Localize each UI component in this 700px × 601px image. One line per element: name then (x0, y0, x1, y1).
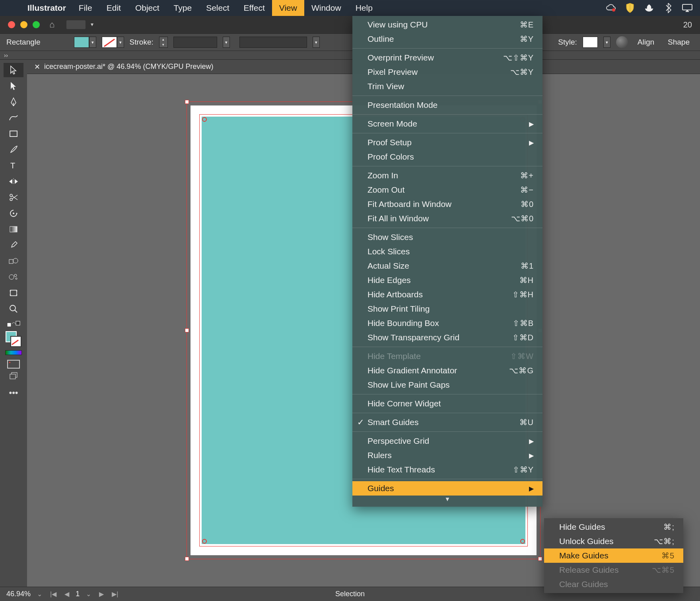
menu-item-lock-slices[interactable]: Lock Slices (352, 244, 542, 259)
cloud-sync-icon[interactable] (605, 2, 616, 14)
style-swatch[interactable] (583, 37, 598, 48)
last-artboard-button[interactable]: ▶| (110, 590, 120, 598)
curvature-tool[interactable] (4, 111, 23, 125)
close-tab-icon[interactable]: ✕ (34, 62, 40, 71)
menu-item-fit-artboard-in-window[interactable]: Fit Artboard in Window⌘0 (352, 197, 542, 211)
workspace-switcher[interactable] (66, 20, 86, 29)
submenu-item-hide-guides[interactable]: Hide Guides⌘; (544, 520, 683, 534)
maximize-window-button[interactable] (33, 21, 40, 28)
shield-icon[interactable] (624, 2, 636, 14)
color-mode-strip[interactable] (5, 350, 22, 355)
first-artboard-button[interactable]: |◀ (49, 590, 58, 598)
menu-effect[interactable]: Effect (237, 0, 272, 16)
menu-edit[interactable]: Edit (99, 0, 128, 16)
menu-object[interactable]: Object (128, 0, 167, 16)
menu-item-hide-corner-widget[interactable]: Hide Corner Widget (352, 396, 542, 411)
menu-item-presentation-mode[interactable]: Presentation Mode (352, 98, 542, 112)
swap-fill-stroke-icon[interactable] (7, 321, 20, 327)
menu-item-trim-view[interactable]: Trim View (352, 79, 542, 94)
app-title[interactable]: Illustrator (22, 3, 72, 13)
reflect-tool[interactable] (4, 174, 23, 189)
stroke-weight-dropdown[interactable]: ▾ (223, 37, 230, 48)
document-setup-icon[interactable] (616, 36, 628, 48)
lotus-icon[interactable] (644, 2, 655, 14)
menu-type[interactable]: Type (167, 0, 199, 16)
menu-item-proof-setup[interactable]: Proof Setup▶ (352, 135, 542, 150)
scissors-tool[interactable] (4, 190, 23, 205)
blend-tool[interactable] (4, 254, 23, 268)
menu-item-outline[interactable]: Outline⌘Y (352, 32, 542, 46)
menu-item-pixel-preview[interactable]: Pixel Preview⌥⌘Y (352, 65, 542, 79)
variable-width-field[interactable] (239, 37, 307, 48)
type-tool[interactable]: T (4, 158, 23, 173)
menu-item-guides[interactable]: Guides▶ (352, 481, 542, 496)
symbol-sprayer-tool[interactable] (4, 270, 23, 284)
paintbrush-tool[interactable] (4, 142, 23, 157)
menu-item-zoom-out[interactable]: Zoom Out⌘− (352, 183, 542, 197)
menu-item-show-live-paint-gaps[interactable]: Show Live Paint Gaps (352, 378, 542, 392)
screen-mode-icon[interactable] (7, 360, 20, 369)
home-button[interactable]: ⌂ (49, 20, 54, 30)
selection-tool[interactable] (4, 63, 23, 77)
close-window-button[interactable] (8, 21, 15, 28)
zoom-level[interactable]: 46.94% (6, 590, 31, 598)
menu-item-screen-mode[interactable]: Screen Mode▶ (352, 117, 542, 131)
zoom-tool[interactable] (4, 302, 23, 316)
stroke-swatch[interactable] (102, 37, 117, 48)
menu-expand-icon[interactable]: ▼ (352, 496, 542, 505)
menu-window[interactable]: Window (304, 0, 348, 16)
menu-item-hide-gradient-annotator[interactable]: Hide Gradient Annotator⌥⌘G (352, 363, 542, 378)
menu-item-hide-bounding-box[interactable]: Hide Bounding Box⇧⌘B (352, 316, 542, 330)
menu-view[interactable]: View (272, 0, 304, 16)
style-dropdown[interactable]: ▾ (603, 37, 611, 48)
submenu-item-unlock-guides[interactable]: Unlock Guides⌥⌘; (544, 534, 683, 548)
artboard-number-dropdown[interactable]: ⌄ (84, 590, 93, 598)
zoom-dropdown[interactable]: ⌄ (35, 590, 44, 598)
menu-item-zoom-in[interactable]: Zoom In⌘+ (352, 168, 542, 183)
menu-help[interactable]: Help (348, 0, 380, 16)
stroke-weight-stepper[interactable]: ▴▾ (159, 37, 168, 48)
menu-item-proof-colors[interactable]: Proof Colors (352, 150, 542, 164)
menu-item-show-print-tiling[interactable]: Show Print Tiling (352, 302, 542, 316)
align-button[interactable]: Align (634, 38, 658, 47)
menu-item-actual-size[interactable]: Actual Size⌘1 (352, 259, 542, 273)
prev-artboard-button[interactable]: ◀ (63, 590, 71, 598)
menu-item-smart-guides[interactable]: ✓Smart Guides⌘U (352, 415, 542, 429)
fill-dropdown[interactable]: ▾ (89, 37, 96, 48)
bluetooth-icon[interactable] (663, 2, 674, 14)
eyedropper-tool[interactable] (4, 238, 23, 252)
variable-width-dropdown[interactable]: ▾ (313, 37, 320, 48)
shape-button[interactable]: Shape (664, 38, 694, 47)
menu-item-fit-all-in-window[interactable]: Fit All in Window⌥⌘0 (352, 211, 542, 226)
svg-rect-21 (10, 374, 16, 379)
panel-collapse-bar[interactable]: ›› (0, 51, 700, 60)
rectangle-tool[interactable] (4, 127, 23, 141)
gradient-tool[interactable] (4, 222, 23, 236)
artboard-number-field[interactable]: 1 (76, 590, 80, 598)
menu-item-show-slices[interactable]: Show Slices (352, 230, 542, 244)
menu-item-hide-text-threads[interactable]: Hide Text Threads⇧⌘Y (352, 462, 542, 477)
menu-item-overprint-preview[interactable]: Overprint Preview⌥⇧⌘Y (352, 51, 542, 65)
airplay-icon[interactable] (682, 2, 693, 14)
menu-item-hide-artboards[interactable]: Hide Artboards⇧⌘H (352, 287, 542, 302)
menu-item-rulers[interactable]: Rulers▶ (352, 448, 542, 462)
submenu-item-make-guides[interactable]: Make Guides⌘5 (544, 548, 683, 563)
next-artboard-button[interactable]: ▶ (97, 590, 105, 598)
rotate-tool[interactable] (4, 206, 23, 220)
menu-item-view-using-cpu[interactable]: View using CPU⌘E (352, 18, 542, 32)
menu-item-show-transparency-grid[interactable]: Show Transparency Grid⇧⌘D (352, 330, 542, 345)
menu-select[interactable]: Select (199, 0, 236, 16)
more-tools-button[interactable]: ••• (7, 388, 20, 398)
menu-file[interactable]: File (72, 0, 99, 16)
fill-stroke-indicator[interactable] (6, 331, 21, 347)
stroke-dropdown[interactable]: ▾ (117, 37, 124, 48)
direct-selection-tool[interactable] (4, 79, 23, 93)
minimize-window-button[interactable] (20, 21, 27, 28)
pen-tool[interactable] (4, 95, 23, 109)
fill-swatch[interactable] (74, 37, 89, 48)
stroke-weight-field[interactable] (173, 37, 217, 48)
artboard-tool[interactable] (4, 286, 23, 300)
menu-item-hide-edges[interactable]: Hide Edges⌘H (352, 273, 542, 287)
menu-item-perspective-grid[interactable]: Perspective Grid▶ (352, 434, 542, 448)
stack-icon[interactable] (4, 370, 23, 382)
